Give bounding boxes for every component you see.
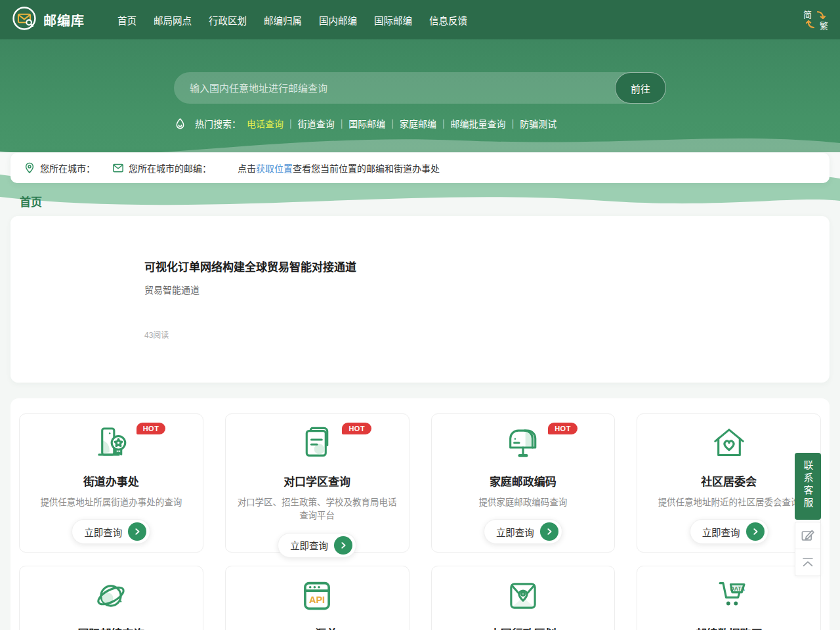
flame-icon [174, 117, 186, 130]
site-title: 邮编库 [43, 10, 85, 30]
service-card-family-zip[interactable]: HOT 家庭邮政编码 提供家庭邮政编码查询 立即查询 [431, 413, 616, 553]
service-title: 中国行政区划 [440, 625, 607, 630]
hot-link-international-zip[interactable]: 国际邮编 [348, 117, 385, 130]
service-description: 对口学区、招生政策、学校及教育局电话查询平台 [234, 496, 401, 523]
hot-badge: HOT [548, 423, 578, 434]
article-subtitle: 贸易智能通道 [144, 283, 803, 296]
query-now-button[interactable]: 立即查询 [278, 533, 356, 558]
feedback-edit-button[interactable] [795, 522, 820, 549]
query-button-label: 立即查询 [290, 538, 328, 552]
service-description: 提供任意地址所属街道办事处的查询 [28, 496, 195, 509]
query-now-button[interactable]: 立即查询 [690, 519, 768, 544]
house-heart-icon [710, 425, 748, 463]
service-title: 国际邮编查询 [28, 625, 195, 630]
hero-section: 前往 热门搜索： 电话查询 街道查询 国际邮编 家庭邮编 邮编批量查询 防骗测试 [0, 39, 840, 152]
postal-logo-icon [12, 6, 37, 33]
hint-prefix: 点击 [238, 163, 256, 174]
search-go-button[interactable]: 前往 [615, 72, 666, 104]
nav-item-home[interactable]: 首页 [117, 13, 136, 27]
service-card-api-summary[interactable]: API API汇总 [225, 566, 410, 630]
article-read-count: 43阅读 [144, 329, 803, 340]
address-search-input[interactable] [174, 72, 666, 104]
current-city-label: 您所在城市： [40, 161, 95, 175]
lang-traditional-label: 繁 [820, 19, 828, 32]
edit-pencil-icon [800, 528, 816, 543]
floating-sidebar: 联系客服 [795, 453, 821, 576]
service-title: 对口学区查询 [234, 472, 401, 489]
service-card-street-office[interactable]: HOT 街道办事处 提供任意地址所属街道办事处的查询 立即查询 [19, 413, 203, 553]
chevron-right-icon [128, 522, 146, 541]
hot-link-batch-query[interactable]: 邮编批量查询 [451, 117, 506, 130]
svg-text:API: API [309, 595, 325, 605]
notebook-icon [298, 425, 336, 463]
service-description: 提供任意地址附近的社区居委会查询 [645, 496, 812, 509]
hint-suffix: 查看您当前位置的邮编和街道办事处 [293, 163, 440, 174]
location-bar: 您所在城市： 您所在城市的邮编： 点击获取位置查看您当前位置的邮编和街道办事处 [10, 153, 830, 183]
service-title: 街道办事处 [28, 472, 195, 489]
chevron-right-icon [746, 522, 765, 541]
service-title: 家庭邮政编码 [440, 472, 607, 489]
article-thumbnail [10, 216, 134, 383]
service-card-community-committee[interactable]: 社区居委会 提供任意地址附近的社区居委会查询 立即查询 [637, 413, 821, 553]
breadcrumb-home[interactable]: 首页 [20, 193, 42, 209]
contact-support-tab[interactable]: 联系客服 [795, 453, 821, 520]
query-now-button[interactable]: 立即查询 [484, 519, 562, 544]
brand-logo[interactable]: 邮编库 [12, 6, 85, 33]
nav-item-zip-attribution[interactable]: 邮编归属 [264, 13, 302, 27]
hot-badge: HOT [342, 423, 371, 434]
simplified-traditional-toggle[interactable]: 简 繁 [803, 7, 828, 33]
featured-article-card[interactable]: 可视化订单网络构建全球贸易智能对接通道 贸易智能通道 43阅读 [10, 216, 830, 383]
service-title: 邮编数据购买 [645, 625, 812, 630]
article-title[interactable]: 可视化订单网络构建全球贸易智能对接通道 [144, 258, 803, 274]
hot-link-street-query[interactable]: 街道查询 [298, 117, 335, 130]
page-content: 您所在城市： 您所在城市的邮编： 点击获取位置查看您当前位置的邮编和街道办事处 … [0, 153, 840, 630]
mail-icon [112, 162, 124, 174]
map-pin-icon [24, 162, 35, 174]
globe-icon [92, 577, 130, 615]
cart-data-icon: DATA [710, 577, 748, 615]
nav-item-international-zip[interactable]: 国际邮编 [374, 13, 412, 27]
hot-search-label: 热门搜索： [195, 117, 241, 130]
service-title: API汇总 [234, 625, 401, 630]
top-navbar: 邮编库 首页 邮局网点 行政区划 邮编归属 国内邮编 国际邮编 信息反馈 简 繁 [0, 0, 840, 39]
nav-item-post-offices[interactable]: 邮局网点 [154, 13, 192, 27]
query-now-button[interactable]: 立即查询 [72, 519, 150, 544]
chevron-right-icon [334, 536, 352, 555]
search-bar: 前往 [174, 72, 666, 104]
services-panel: HOT 街道办事处 提供任意地址所属街道办事处的查询 立即查询 [10, 398, 830, 630]
nav-item-feedback[interactable]: 信息反馈 [429, 13, 467, 27]
service-card-school-district[interactable]: HOT 对口学区查询 对口学区、招生政策、学校及教育局电话查询平台 立即查询 [225, 413, 410, 553]
locate-hint: 点击获取位置查看您当前位置的邮编和街道办事处 [238, 161, 440, 175]
chevron-right-icon [540, 522, 558, 541]
service-title: 社区居委会 [645, 472, 812, 489]
map-pin-square-icon [504, 577, 542, 615]
service-card-data-purchase[interactable]: DATA 邮编数据购买 [637, 566, 821, 630]
query-button-label: 立即查询 [84, 525, 122, 539]
svg-text:DATA: DATA [730, 585, 744, 592]
hot-link-phone-query[interactable]: 电话查询 [247, 117, 284, 130]
nav-item-domestic-zip[interactable]: 国内邮编 [319, 13, 357, 27]
arrow-up-to-line-icon [800, 555, 816, 570]
separator [512, 118, 514, 129]
hot-badge: HOT [136, 423, 166, 434]
get-location-link[interactable]: 获取位置 [256, 163, 293, 174]
main-nav: 首页 邮局网点 行政区划 邮编归属 国内邮编 国际邮编 信息反馈 [117, 13, 467, 27]
separator [289, 118, 292, 129]
query-button-label: 立即查询 [702, 525, 740, 539]
nav-item-admin-divisions[interactable]: 行政区划 [209, 13, 247, 27]
hot-search-row: 热门搜索： 电话查询 街道查询 国际邮编 家庭邮编 邮编批量查询 防骗测试 [174, 117, 666, 130]
service-card-international-zip[interactable]: 国际邮编查询 [19, 566, 203, 630]
hot-link-family-zip[interactable]: 家庭邮编 [400, 117, 436, 130]
contact-support-label: 联系客服 [801, 460, 815, 510]
api-window-icon: API [298, 577, 336, 615]
services-grid: HOT 街道办事处 提供任意地址所属街道办事处的查询 立即查询 [19, 413, 821, 630]
service-card-admin-divisions[interactable]: 中国行政区划 [431, 566, 616, 630]
separator [341, 118, 343, 129]
separator [442, 118, 445, 129]
hot-link-fraud-test[interactable]: 防骗测试 [520, 117, 556, 130]
query-button-label: 立即查询 [496, 525, 534, 539]
article-text: 可视化订单网络构建全球贸易智能对接通道 贸易智能通道 43阅读 [134, 216, 830, 383]
back-to-top-button[interactable] [795, 549, 820, 576]
mailbox-icon [504, 425, 542, 463]
service-description: 提供家庭邮政编码查询 [440, 496, 607, 509]
